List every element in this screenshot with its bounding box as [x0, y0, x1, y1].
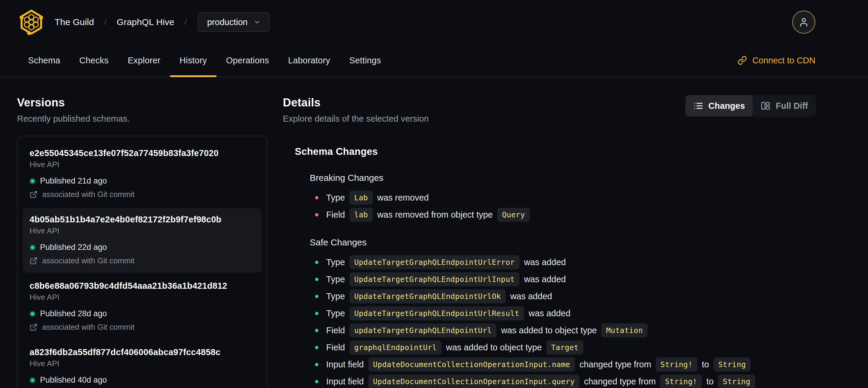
view-toggle-label: Full Diff: [776, 101, 808, 111]
breadcrumb: The Guild / GraphQL Hive / production: [55, 12, 270, 32]
published-status: Published 22d ago: [30, 243, 255, 252]
tab-checks[interactable]: Checks: [70, 44, 118, 77]
change-bullet-icon: [315, 346, 318, 349]
versions-panel: Versions Recently published schemas. e2e…: [17, 96, 267, 388]
change-bullet-icon: [315, 196, 318, 199]
version-hash: a823f6db2a55df877dcf406006abca97fcc4858c: [30, 347, 255, 357]
version-service: Hive API: [30, 226, 255, 236]
safe-changes-group: Safe ChangesTypeUpdateTargetGraphQLEndpo…: [295, 237, 816, 388]
tab-explorer[interactable]: Explorer: [118, 44, 170, 77]
schema-changes-section: Schema Changes Breaking ChangesTypeLabwa…: [283, 146, 816, 388]
tab-operations[interactable]: Operations: [217, 44, 279, 77]
version-item[interactable]: a823f6db2a55df877dcf406006abca97fcc4858c…: [23, 341, 261, 388]
code-badge: graphqlEndpointUrl: [349, 340, 441, 355]
tab-row: SchemaChecksExplorerHistoryOperationsLab…: [0, 44, 868, 77]
tab-history[interactable]: History: [170, 44, 217, 77]
change-bullet-icon: [315, 363, 318, 366]
code-badge: updateTargetGraphQLEndpointUrl: [349, 323, 497, 337]
code-badge: UpdateTargetGraphQLEndpointUrlError: [349, 255, 520, 269]
code-badge: Target: [546, 340, 583, 355]
list-icon: [693, 101, 704, 111]
breaking-changes-group: Breaking ChangesTypeLabwas removedFieldl…: [295, 173, 816, 222]
change-item: TypeUpdateTargetGraphQLEndpointUrlResult…: [315, 306, 816, 321]
change-text: Field: [326, 342, 345, 352]
change-text: was added to object type: [446, 342, 542, 352]
change-bullet-icon: [315, 380, 318, 383]
code-badge: UpdateTargetGraphQLEndpointUrlInput: [349, 272, 520, 287]
versions-subtitle: Recently published schemas.: [17, 114, 267, 124]
breadcrumb-project[interactable]: GraphQL Hive: [117, 17, 175, 27]
change-text: was added: [510, 292, 552, 301]
change-text: Input field: [326, 377, 364, 387]
change-groups: Breaking ChangesTypeLabwas removedFieldl…: [295, 173, 816, 388]
view-toggle-label: Changes: [709, 101, 745, 111]
safe-changes-title: Safe Changes: [310, 237, 816, 247]
safe-changes-list: TypeUpdateTargetGraphQLEndpointUrlErrorw…: [310, 255, 816, 388]
breaking-changes-title: Breaking Changes: [310, 173, 816, 183]
published-status-label: Published 22d ago: [40, 243, 107, 252]
main-content: Versions Recently published schemas. e2e…: [0, 77, 868, 388]
git-commit-link[interactable]: associated with Git commit: [30, 256, 255, 265]
code-badge: Lab: [349, 191, 373, 205]
version-item[interactable]: e2e55045345ce13fe07f52a77459b83fa3fe7020…: [23, 142, 261, 206]
version-item[interactable]: 4b05ab51b1b4a7e2e4b0ef82172f2b9f7ef98c0b…: [23, 208, 261, 273]
view-toggle-changes[interactable]: Changes: [685, 95, 753, 117]
git-commit-link[interactable]: associated with Git commit: [30, 323, 255, 332]
git-commit-note: associated with Git commit: [42, 190, 134, 199]
git-commit-link[interactable]: associated with Git commit: [30, 190, 255, 199]
change-text: was removed: [377, 193, 429, 203]
version-hash: c8b6e88a06793b9c4dfd54aaa21b36a1b421d812: [30, 281, 255, 291]
version-service: Hive API: [30, 160, 255, 169]
change-text: changed type from: [584, 377, 656, 387]
change-item: Fieldlabwas removed from object typeQuer…: [315, 208, 816, 222]
version-item[interactable]: c8b6e88a06793b9c4dfd54aaa21b36a1b421d812…: [23, 274, 261, 339]
published-dot-icon: [30, 244, 35, 250]
change-bullet-icon: [315, 261, 318, 264]
external-link-icon: [30, 257, 38, 265]
user-menu-button[interactable]: [792, 10, 815, 34]
view-toggle: ChangesFull Diff: [685, 95, 816, 117]
change-text: to: [702, 360, 709, 369]
change-item: Input fieldUpdateDocumentCollectionOpera…: [315, 375, 816, 388]
code-badge: lab: [349, 208, 373, 222]
code-badge: UpdateTargetGraphQLEndpointUrlOk: [349, 289, 506, 303]
change-text: Type: [326, 292, 345, 301]
change-item: TypeUpdateTargetGraphQLEndpointUrlErrorw…: [315, 255, 816, 269]
change-bullet-icon: [315, 312, 318, 315]
code-badge: UpdateDocumentCollectionOperationInput.n…: [368, 358, 575, 371]
change-text: was added to object type: [501, 326, 597, 335]
target-selector-value: production: [207, 17, 247, 27]
connect-to-cdn-label: Connect to CDN: [752, 56, 815, 65]
change-text: was added: [529, 308, 570, 318]
version-hash: 4b05ab51b1b4a7e2e4b0ef82172f2b9f7ef98c0b: [30, 215, 255, 225]
change-item: Input fieldUpdateDocumentCollectionOpera…: [315, 358, 816, 371]
change-item: TypeUpdateTargetGraphQLEndpointUrlOkwas …: [315, 289, 816, 303]
code-badge: Query: [497, 208, 530, 222]
view-toggle-full-diff[interactable]: Full Diff: [753, 95, 816, 117]
tab-settings[interactable]: Settings: [340, 44, 391, 77]
change-text: to: [706, 377, 714, 387]
change-text: Field: [326, 326, 345, 335]
code-badge: String: [714, 358, 751, 371]
connect-to-cdn-link[interactable]: Connect to CDN: [738, 44, 815, 77]
version-hash: e2e55045345ce13fe07f52a77459b83fa3fe7020: [30, 148, 255, 158]
hive-logo-icon[interactable]: [17, 8, 46, 36]
published-status-label: Published 21d ago: [40, 176, 107, 186]
code-badge: UpdateTargetGraphQLEndpointUrlResult: [349, 306, 524, 321]
columns-icon: [761, 101, 771, 111]
tab-bar: SchemaChecksExplorerHistoryOperationsLab…: [19, 44, 391, 77]
published-dot-icon: [30, 178, 35, 184]
published-status: Published 28d ago: [30, 309, 255, 318]
tab-schema[interactable]: Schema: [19, 44, 70, 77]
tab-laboratory[interactable]: Laboratory: [279, 44, 340, 77]
breadcrumb-org[interactable]: The Guild: [55, 17, 94, 27]
target-selector[interactable]: production: [198, 12, 270, 32]
change-text: Type: [326, 308, 345, 318]
code-badge: Mutation: [601, 323, 648, 337]
chevron-down-icon: [254, 19, 261, 26]
link-icon: [738, 56, 747, 65]
change-item: FieldupdateTargetGraphQLEndpointUrlwas a…: [315, 323, 816, 337]
published-status: Published 40d ago: [30, 376, 255, 385]
tab-row-spacer: [391, 44, 738, 77]
change-bullet-icon: [315, 295, 318, 298]
